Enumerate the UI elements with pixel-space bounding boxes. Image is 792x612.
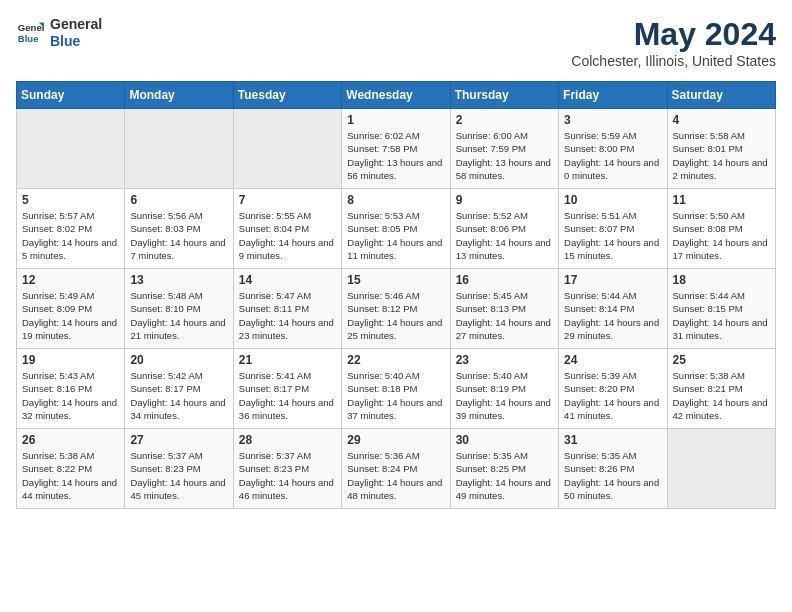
day-number: 16: [456, 273, 553, 287]
calendar-cell: 4Sunrise: 5:58 AM Sunset: 8:01 PM Daylig…: [667, 109, 775, 189]
calendar-cell: 8Sunrise: 5:53 AM Sunset: 8:05 PM Daylig…: [342, 189, 450, 269]
calendar-cell: 29Sunrise: 5:36 AM Sunset: 8:24 PM Dayli…: [342, 429, 450, 509]
calendar-cell: 11Sunrise: 5:50 AM Sunset: 8:08 PM Dayli…: [667, 189, 775, 269]
day-number: 26: [22, 433, 119, 447]
calendar-cell: 14Sunrise: 5:47 AM Sunset: 8:11 PM Dayli…: [233, 269, 341, 349]
day-info: Sunrise: 5:38 AM Sunset: 8:21 PM Dayligh…: [673, 369, 770, 422]
calendar-cell: 13Sunrise: 5:48 AM Sunset: 8:10 PM Dayli…: [125, 269, 233, 349]
day-number: 15: [347, 273, 444, 287]
location: Colchester, Illinois, United States: [571, 53, 776, 69]
weekday-header-friday: Friday: [559, 82, 667, 109]
calendar-cell: 30Sunrise: 5:35 AM Sunset: 8:25 PM Dayli…: [450, 429, 558, 509]
calendar-cell: 12Sunrise: 5:49 AM Sunset: 8:09 PM Dayli…: [17, 269, 125, 349]
day-number: 4: [673, 113, 770, 127]
weekday-header-thursday: Thursday: [450, 82, 558, 109]
day-number: 8: [347, 193, 444, 207]
day-info: Sunrise: 5:35 AM Sunset: 8:25 PM Dayligh…: [456, 449, 553, 502]
calendar-cell: 6Sunrise: 5:56 AM Sunset: 8:03 PM Daylig…: [125, 189, 233, 269]
day-number: 29: [347, 433, 444, 447]
day-number: 11: [673, 193, 770, 207]
day-info: Sunrise: 5:45 AM Sunset: 8:13 PM Dayligh…: [456, 289, 553, 342]
day-number: 2: [456, 113, 553, 127]
calendar-cell: 16Sunrise: 5:45 AM Sunset: 8:13 PM Dayli…: [450, 269, 558, 349]
day-info: Sunrise: 5:59 AM Sunset: 8:00 PM Dayligh…: [564, 129, 661, 182]
logo: General Blue General Blue: [16, 16, 102, 50]
day-number: 20: [130, 353, 227, 367]
day-info: Sunrise: 5:37 AM Sunset: 8:23 PM Dayligh…: [239, 449, 336, 502]
weekday-header-saturday: Saturday: [667, 82, 775, 109]
calendar-cell: 7Sunrise: 5:55 AM Sunset: 8:04 PM Daylig…: [233, 189, 341, 269]
calendar-week-5: 26Sunrise: 5:38 AM Sunset: 8:22 PM Dayli…: [17, 429, 776, 509]
calendar-cell: 26Sunrise: 5:38 AM Sunset: 8:22 PM Dayli…: [17, 429, 125, 509]
svg-text:General: General: [18, 22, 44, 33]
calendar-cell: 23Sunrise: 5:40 AM Sunset: 8:19 PM Dayli…: [450, 349, 558, 429]
calendar-cell: 5Sunrise: 5:57 AM Sunset: 8:02 PM Daylig…: [17, 189, 125, 269]
day-info: Sunrise: 5:38 AM Sunset: 8:22 PM Dayligh…: [22, 449, 119, 502]
calendar-cell: 28Sunrise: 5:37 AM Sunset: 8:23 PM Dayli…: [233, 429, 341, 509]
calendar-cell: [125, 109, 233, 189]
weekday-header-sunday: Sunday: [17, 82, 125, 109]
calendar-cell: 20Sunrise: 5:42 AM Sunset: 8:17 PM Dayli…: [125, 349, 233, 429]
day-number: 10: [564, 193, 661, 207]
day-info: Sunrise: 5:58 AM Sunset: 8:01 PM Dayligh…: [673, 129, 770, 182]
day-info: Sunrise: 5:49 AM Sunset: 8:09 PM Dayligh…: [22, 289, 119, 342]
day-info: Sunrise: 5:36 AM Sunset: 8:24 PM Dayligh…: [347, 449, 444, 502]
calendar-cell: 24Sunrise: 5:39 AM Sunset: 8:20 PM Dayli…: [559, 349, 667, 429]
calendar-cell: 22Sunrise: 5:40 AM Sunset: 8:18 PM Dayli…: [342, 349, 450, 429]
day-info: Sunrise: 5:40 AM Sunset: 8:18 PM Dayligh…: [347, 369, 444, 422]
logo-icon: General Blue: [16, 19, 44, 47]
day-number: 30: [456, 433, 553, 447]
day-number: 28: [239, 433, 336, 447]
weekday-header-wednesday: Wednesday: [342, 82, 450, 109]
calendar-cell: 17Sunrise: 5:44 AM Sunset: 8:14 PM Dayli…: [559, 269, 667, 349]
calendar-cell: 31Sunrise: 5:35 AM Sunset: 8:26 PM Dayli…: [559, 429, 667, 509]
day-info: Sunrise: 5:39 AM Sunset: 8:20 PM Dayligh…: [564, 369, 661, 422]
day-number: 9: [456, 193, 553, 207]
day-info: Sunrise: 5:51 AM Sunset: 8:07 PM Dayligh…: [564, 209, 661, 262]
calendar-cell: 21Sunrise: 5:41 AM Sunset: 8:17 PM Dayli…: [233, 349, 341, 429]
month-title: May 2024: [571, 16, 776, 53]
calendar-week-3: 12Sunrise: 5:49 AM Sunset: 8:09 PM Dayli…: [17, 269, 776, 349]
calendar-cell: [233, 109, 341, 189]
day-info: Sunrise: 5:57 AM Sunset: 8:02 PM Dayligh…: [22, 209, 119, 262]
calendar-cell: 15Sunrise: 5:46 AM Sunset: 8:12 PM Dayli…: [342, 269, 450, 349]
calendar-cell: 19Sunrise: 5:43 AM Sunset: 8:16 PM Dayli…: [17, 349, 125, 429]
day-info: Sunrise: 5:42 AM Sunset: 8:17 PM Dayligh…: [130, 369, 227, 422]
calendar-cell: [667, 429, 775, 509]
day-number: 13: [130, 273, 227, 287]
title-block: May 2024 Colchester, Illinois, United St…: [571, 16, 776, 69]
calendar-cell: 9Sunrise: 5:52 AM Sunset: 8:06 PM Daylig…: [450, 189, 558, 269]
day-info: Sunrise: 5:44 AM Sunset: 8:14 PM Dayligh…: [564, 289, 661, 342]
logo-text: General Blue: [50, 16, 102, 50]
day-number: 14: [239, 273, 336, 287]
day-number: 7: [239, 193, 336, 207]
day-info: Sunrise: 5:52 AM Sunset: 8:06 PM Dayligh…: [456, 209, 553, 262]
day-number: 1: [347, 113, 444, 127]
day-number: 22: [347, 353, 444, 367]
day-number: 25: [673, 353, 770, 367]
calendar-cell: 2Sunrise: 6:00 AM Sunset: 7:59 PM Daylig…: [450, 109, 558, 189]
day-number: 3: [564, 113, 661, 127]
day-info: Sunrise: 5:50 AM Sunset: 8:08 PM Dayligh…: [673, 209, 770, 262]
svg-text:Blue: Blue: [18, 33, 39, 44]
day-number: 18: [673, 273, 770, 287]
calendar-week-1: 1Sunrise: 6:02 AM Sunset: 7:58 PM Daylig…: [17, 109, 776, 189]
day-info: Sunrise: 5:46 AM Sunset: 8:12 PM Dayligh…: [347, 289, 444, 342]
day-info: Sunrise: 5:55 AM Sunset: 8:04 PM Dayligh…: [239, 209, 336, 262]
day-info: Sunrise: 5:47 AM Sunset: 8:11 PM Dayligh…: [239, 289, 336, 342]
day-info: Sunrise: 5:41 AM Sunset: 8:17 PM Dayligh…: [239, 369, 336, 422]
day-number: 31: [564, 433, 661, 447]
day-number: 21: [239, 353, 336, 367]
weekday-header-monday: Monday: [125, 82, 233, 109]
day-number: 6: [130, 193, 227, 207]
calendar-cell: 10Sunrise: 5:51 AM Sunset: 8:07 PM Dayli…: [559, 189, 667, 269]
calendar-table: SundayMondayTuesdayWednesdayThursdayFrid…: [16, 81, 776, 509]
day-info: Sunrise: 5:40 AM Sunset: 8:19 PM Dayligh…: [456, 369, 553, 422]
day-info: Sunrise: 5:53 AM Sunset: 8:05 PM Dayligh…: [347, 209, 444, 262]
day-number: 23: [456, 353, 553, 367]
day-info: Sunrise: 5:37 AM Sunset: 8:23 PM Dayligh…: [130, 449, 227, 502]
page-header: General Blue General Blue May 2024 Colch…: [16, 16, 776, 69]
calendar-cell: 25Sunrise: 5:38 AM Sunset: 8:21 PM Dayli…: [667, 349, 775, 429]
calendar-cell: [17, 109, 125, 189]
day-number: 5: [22, 193, 119, 207]
